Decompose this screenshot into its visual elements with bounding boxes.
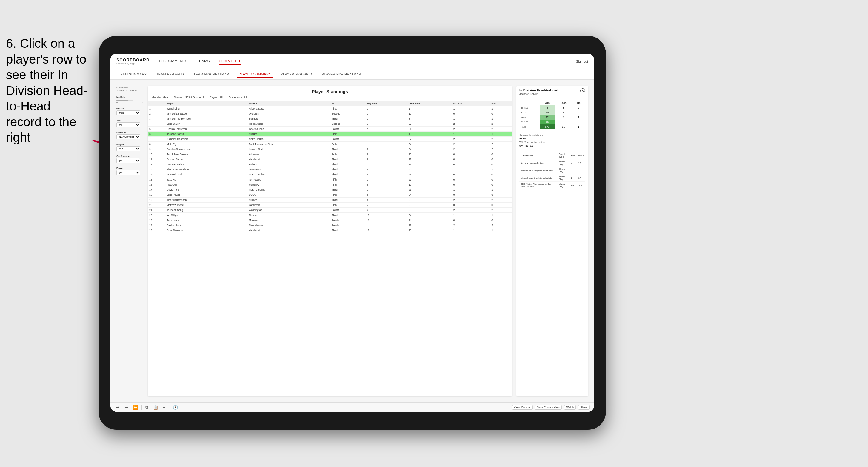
row-player: Alex Goff <box>165 182 247 187</box>
subnav-player-summary[interactable]: PLAYER SUMMARY <box>237 71 273 77</box>
table-row[interactable]: 19 Tiger Christensen Arizona Third 8 23 … <box>148 197 512 203</box>
table-row[interactable]: 15 Jake Hall Tennessee Fifth 1 27 0 0 <box>148 177 512 182</box>
table-row[interactable]: 9 Preston Summerhays Arizona State Third… <box>148 147 512 152</box>
loss-cell: 11 <box>555 124 572 129</box>
forward-button[interactable]: ⏩ <box>132 404 139 410</box>
table-row[interactable]: 13 Phichaksn Maichon Texas A&M Third 6 3… <box>148 167 512 172</box>
row-win: 2 <box>490 137 512 142</box>
table-row[interactable]: 14 Maxwell Ford North Carolina Third 3 2… <box>148 172 512 177</box>
nav-committee[interactable]: COMMITTEE <box>219 58 242 65</box>
opponents-label: Opponents in division: <box>519 134 543 136</box>
table-row[interactable]: 24 Bastian Amat New Mexico Fourth 1 27 2… <box>148 223 512 228</box>
row-yr: Fifth <box>330 177 365 182</box>
player-filter: Player (All) <box>116 167 143 175</box>
row-yr: Fifth <box>330 152 365 157</box>
watch-button[interactable]: Watch <box>564 405 576 410</box>
row-rds: 1 <box>452 116 490 121</box>
row-win: 0 <box>490 192 512 197</box>
table-row[interactable]: 2 Michael La Sasse Ole Miss Second 1 19 … <box>148 111 512 116</box>
tournament-pos: 2 <box>570 167 577 174</box>
clock-button[interactable]: 🕐 <box>172 404 179 410</box>
tournament-pos: 4 <box>570 159 577 167</box>
row-conf: 23 <box>407 172 452 177</box>
table-row[interactable]: 17 David Ford North Carolina Third 1 21 … <box>148 187 512 192</box>
table-row[interactable]: 6 Jackson Koivun Auburn First 1 15 1 1 <box>148 132 512 137</box>
row-conf: 30 <box>407 167 452 172</box>
table-row[interactable]: 1 Wenyi Ding Arizona State First 1 1 1 1 <box>148 106 512 111</box>
copy-button[interactable]: ⧉ <box>144 404 150 410</box>
table-row[interactable]: 21 Taehoon Song Washington Fourth 6 23 2… <box>148 208 512 213</box>
row-school: Washington <box>247 208 331 213</box>
row-conf: 27 <box>407 223 452 228</box>
row-school: Vanderbilt <box>247 157 331 162</box>
row-num: 6 <box>148 132 165 137</box>
nav-tournaments[interactable]: TOURNAMENTS <box>158 58 188 65</box>
row-reg: 6 <box>365 167 407 172</box>
table-row[interactable]: 3 Michael Thorbjornsen Stanford Third 1 … <box>148 116 512 121</box>
toolbar-divider-1 <box>142 405 142 410</box>
row-num: 13 <box>148 167 165 172</box>
table-row[interactable]: 7 Nicholas Gabrelcik North Florida Fourt… <box>148 137 512 142</box>
no-rds-slider[interactable]: 06 <box>116 100 143 103</box>
share-button[interactable]: Share <box>578 405 590 410</box>
row-win: 0 <box>490 177 512 182</box>
nav-teams[interactable]: TEAMS <box>197 58 210 65</box>
table-row[interactable]: 20 Matthew Riedel Vanderbilt Fifth 5 23 … <box>148 203 512 208</box>
sign-out-button[interactable]: Sign out <box>576 60 588 63</box>
conference-select[interactable]: (All) <box>116 158 140 163</box>
subnav-team-summary[interactable]: TEAM SUMMARY <box>116 71 149 77</box>
row-rds: 1 <box>452 213 490 218</box>
row-reg: 1 <box>365 223 407 228</box>
row-win: 1 <box>490 187 512 192</box>
row-school: New Mexico <box>247 223 331 228</box>
view-original-button[interactable]: View: Original <box>512 405 532 410</box>
row-rds: 0 <box>452 162 490 167</box>
row-conf: 17 <box>407 162 452 167</box>
plus-button[interactable]: + <box>162 404 166 410</box>
row-rds: 2 <box>452 137 490 142</box>
table-row[interactable]: 23 Jack Lundin Missouri Fourth 11 24 0 0 <box>148 218 512 223</box>
gender-select[interactable]: Men <box>116 111 140 116</box>
conference-label: Conference <box>116 155 143 158</box>
tie-cell: 5 <box>572 110 585 115</box>
table-row[interactable]: 10 Jacob Mou Olesen Arkansas Fifth 3 25 … <box>148 152 512 157</box>
table-row[interactable]: 4 Luke Claton Florida State Second 1 27 … <box>148 121 512 127</box>
year-select[interactable]: (All) <box>116 122 140 127</box>
row-school: East Tennessee State <box>247 142 331 147</box>
row-num: 20 <box>148 203 165 208</box>
h2h-header: In Division Head-to-Head Jackson Koivun … <box>516 86 588 98</box>
row-reg: 3 <box>365 172 407 177</box>
h2h-close-button[interactable]: ✕ <box>580 88 585 93</box>
division-select[interactable]: NCAA Division I <box>116 134 140 139</box>
table-row[interactable]: 22 Ian Gilligan Florida Third 10 24 1 1 <box>148 213 512 218</box>
save-custom-button[interactable]: Save Custom View <box>535 405 562 410</box>
row-yr: Third <box>330 167 365 172</box>
subnav-player-h2h-grid[interactable]: PLAYER H2H GRID <box>279 71 314 77</box>
table-row[interactable]: 25 Cole Sherwood Vanderbilt Third 12 23 … <box>148 228 512 233</box>
subnav-team-h2h-grid[interactable]: TEAM H2H GRID <box>155 71 186 77</box>
region-select[interactable]: N/A <box>116 146 140 151</box>
row-win: 0 <box>490 172 512 177</box>
standings-title: Player Standings <box>152 89 507 94</box>
paste-button[interactable]: 📋 <box>152 404 159 410</box>
table-row[interactable]: 8 Mats Ege East Tennessee State Fifth 1 … <box>148 142 512 147</box>
row-yr: First <box>330 132 365 137</box>
table-row[interactable]: 16 Alex Goff Kentucky Fifth 8 19 0 0 <box>148 182 512 187</box>
row-yr: Third <box>330 187 365 192</box>
table-row[interactable]: 5 Christo Lamprecht Georgia Tech Fourth … <box>148 127 512 132</box>
row-player: Ian Gilligan <box>165 213 247 218</box>
tournament-name: Fallen Oak Collegiate Invitational <box>519 167 558 174</box>
col-reg-rank: Reg Rank <box>365 101 407 106</box>
subnav-player-h2h-heatmap[interactable]: PLAYER H2H HEATMAP <box>320 71 363 77</box>
row-school: Florida State <box>247 121 331 127</box>
row-rds: 0 <box>452 182 490 187</box>
table-row[interactable]: 11 Gordon Sargent Vanderbilt Third 4 21 … <box>148 157 512 162</box>
loss-cell: 9 <box>555 110 572 115</box>
undo-button[interactable]: ↩ <box>115 404 121 410</box>
subnav-team-h2h-heatmap[interactable]: TEAM H2H HEATMAP <box>192 71 231 77</box>
table-row[interactable]: 18 Luke Powell UCLA First 4 24 0 0 <box>148 192 512 197</box>
row-rds: 0 <box>452 192 490 197</box>
table-row[interactable]: 12 Brendan Valles Auburn Third 1 17 0 0 <box>148 162 512 167</box>
player-select[interactable]: (All) <box>116 170 140 175</box>
redo-button[interactable]: ↪ <box>123 404 129 410</box>
